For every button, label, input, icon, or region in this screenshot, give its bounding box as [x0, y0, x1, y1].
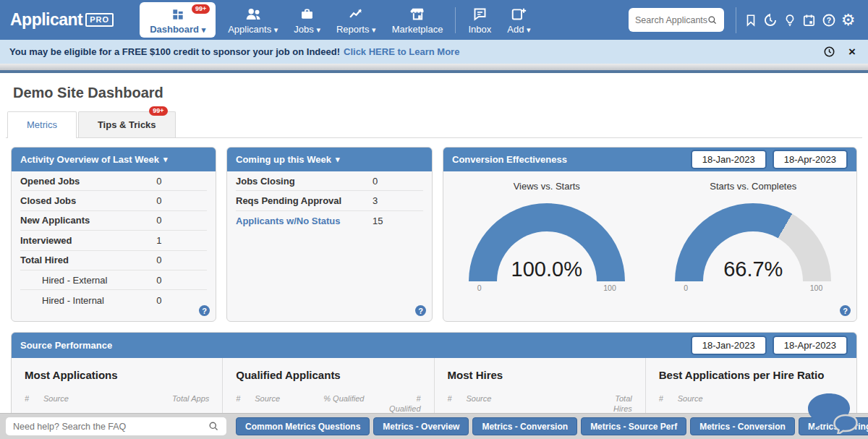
faq-search-box[interactable]: [6, 417, 226, 435]
search-input[interactable]: [635, 15, 707, 25]
tab-tips-and-tricks[interactable]: 99+ Tips & Tricks: [78, 111, 176, 137]
dashboard-notification-badge: 99+: [192, 4, 210, 14]
table-row: Jobs Closing0: [236, 171, 423, 191]
table-row: Reqs Pending Approval3: [236, 191, 423, 210]
gear-icon[interactable]: ⚙: [838, 6, 858, 35]
chevron-down-icon: ▾: [372, 25, 376, 34]
table-row: Hired - External0: [20, 270, 207, 290]
applicants-no-status-link[interactable]: Applicants w/No Status: [236, 216, 373, 226]
column-header: #: [659, 394, 678, 403]
column-header: Source: [467, 394, 595, 403]
coming-up-panel: Coming up this Week ▾ Jobs Closing0 Reqs…: [226, 147, 433, 322]
faq-search-input[interactable]: [13, 422, 208, 432]
panel-help-icon[interactable]: ?: [415, 305, 426, 316]
column-header: Total Hires: [595, 394, 632, 414]
calendar-icon[interactable]: [799, 6, 819, 35]
chevron-down-icon: ▾: [316, 25, 320, 34]
nav-item-reports[interactable]: Reports ▾: [328, 0, 384, 40]
metrics-tab-content: Activity Overview of Last Week ▾ Opened …: [6, 138, 862, 439]
bookmark-icon[interactable]: [741, 6, 760, 35]
banner-shadow: [0, 64, 868, 70]
nav-divider: [736, 7, 736, 33]
tab-metrics[interactable]: Metrics: [7, 111, 77, 138]
gauge-max-label: 100: [810, 284, 823, 292]
source-panel-header: Source Performance 18-Jan-2023 18-Apr-20…: [12, 333, 856, 358]
history-icon[interactable]: [760, 6, 780, 35]
metrics-conversion-2-button[interactable]: Metrics - Conversion: [690, 417, 795, 435]
metrics-source-perf-button[interactable]: Metrics - Source Perf: [581, 417, 686, 435]
chevron-down-icon: ▾: [274, 25, 278, 34]
applicants-icon: [244, 6, 262, 22]
main-content: Demo Site Dashboard Metrics 99+ Tips & T…: [0, 73, 868, 439]
conversion-panel-header: Conversion Effectiveness 18-Jan-2023 18-…: [443, 148, 856, 171]
activity-panel-header[interactable]: Activity Overview of Last Week ▾: [12, 148, 216, 171]
nav-item-marketplace[interactable]: Marketplace: [384, 0, 451, 40]
column-header: #: [25, 394, 43, 403]
nav-label-inbox: Inbox: [468, 24, 491, 35]
chevron-down-icon: ▾: [163, 155, 168, 164]
svg-text:?: ?: [826, 16, 830, 24]
tips-notification-badge: 99+: [149, 106, 167, 116]
nav-label-add: Add: [507, 24, 524, 35]
column-header: Source: [255, 394, 323, 403]
nav-item-applicants[interactable]: Applicants ▾: [220, 0, 286, 40]
metrics-overview-button[interactable]: Metrics - Overview: [373, 417, 469, 435]
nav-item-dashboard[interactable]: 99+ Dashboard ▾: [140, 2, 216, 38]
nav-item-add[interactable]: Add ▾: [499, 0, 538, 40]
table-row: Opened Jobs0: [20, 171, 207, 191]
chevron-down-icon: ▾: [202, 25, 206, 34]
column-header: # Qualified: [383, 394, 421, 414]
indeed-promo-banner: You may be eligible for a FREE $100 cred…: [0, 40, 868, 64]
column-header: #: [236, 394, 255, 403]
gauge-min-label: 0: [477, 284, 482, 292]
page-title: Demo Site Dashboard: [13, 85, 862, 101]
top-nav: Applicant PRO 99+ Dashboard ▾ Applicants…: [0, 0, 868, 40]
reports-chart-icon: [348, 6, 364, 22]
date-from-picker[interactable]: 18-Jan-2023: [691, 336, 767, 355]
dashboard-tabs: Metrics 99+ Tips & Tricks: [6, 111, 862, 138]
table-row: New Applicants0: [20, 211, 207, 231]
date-from-picker[interactable]: 18-Jan-2023: [691, 150, 767, 169]
gauge-min-label: 0: [684, 284, 688, 292]
column-header: Source: [43, 394, 172, 403]
logo-brand: Applicant: [10, 10, 82, 30]
coming-up-panel-header[interactable]: Coming up this Week ▾: [227, 148, 432, 171]
nav-label-dashboard: Dashboard: [150, 24, 199, 35]
common-metrics-questions-button[interactable]: Common Metrics Questions: [236, 417, 370, 435]
table-row: Total Hired0: [20, 251, 207, 270]
gauge-value: 100.0%: [469, 257, 625, 281]
banner-text: You may be eligible for a FREE $100 cred…: [9, 46, 340, 57]
views-vs-starts-gauge: Views vs. Starts 100.0% 0 100: [443, 181, 650, 292]
faq-help-bar: Common Metrics Questions Metrics - Overv…: [0, 413, 868, 439]
table-row: Hired - Internal0: [20, 290, 207, 310]
lightbulb-icon[interactable]: [780, 6, 799, 35]
banner-learn-more-link[interactable]: Click HERE to Learn More: [344, 46, 459, 57]
conversion-effectiveness-panel: Conversion Effectiveness 18-Jan-2023 18-…: [443, 147, 857, 322]
nav-item-jobs[interactable]: Jobs ▾: [286, 0, 328, 40]
search-icon: [707, 14, 718, 26]
gauge-max-label: 100: [603, 284, 616, 292]
table-row: Closed Jobs0: [20, 191, 207, 210]
gauge-value: 66.7%: [675, 257, 831, 281]
snooze-clock-icon[interactable]: [823, 46, 835, 58]
column-header: % Qualified: [323, 394, 364, 403]
marketplace-store-icon: [410, 6, 425, 22]
help-icon[interactable]: ?: [819, 6, 838, 35]
metrics-conversion-button[interactable]: Metrics - Conversion: [472, 417, 577, 435]
panel-help-icon[interactable]: ?: [840, 305, 851, 316]
close-icon[interactable]: ×: [848, 46, 856, 58]
chevron-down-icon: ▾: [336, 155, 340, 164]
applicant-search-box[interactable]: [629, 8, 724, 32]
starts-vs-completes-gauge: Starts vs. Completes 66.7% 0 100: [650, 181, 857, 292]
live-chat-icon[interactable]: [806, 393, 858, 437]
date-to-picker[interactable]: 18-Apr-2023: [773, 150, 848, 169]
column-header: #: [448, 394, 467, 403]
column-header: Total Apps: [172, 394, 209, 403]
panel-help-icon[interactable]: ?: [199, 305, 210, 316]
search-icon: [208, 421, 219, 432]
app-window: Applicant PRO 99+ Dashboard ▾ Applicants…: [0, 0, 868, 439]
nav-label-jobs: Jobs: [294, 24, 313, 35]
applicantpro-logo[interactable]: Applicant PRO: [10, 10, 114, 30]
date-to-picker[interactable]: 18-Apr-2023: [773, 336, 848, 355]
nav-item-inbox[interactable]: Inbox: [460, 0, 499, 40]
